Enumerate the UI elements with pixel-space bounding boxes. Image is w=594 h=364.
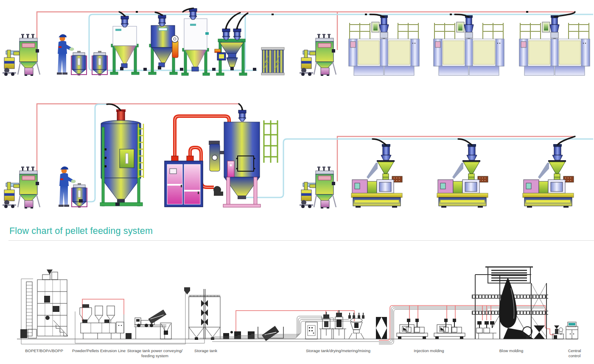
page: Flow chart of pellet feeding system <box>0 0 594 364</box>
blow-molding-machine-icon <box>519 15 590 75</box>
station-label-injection: Injection molding <box>414 348 444 353</box>
blow-film-tower-icon <box>472 267 548 339</box>
dust-collector-icon <box>310 167 336 208</box>
injection-molding-line-icon <box>434 319 465 339</box>
station-label-blow: Blow molding <box>499 348 524 353</box>
hopper-on-stand-icon <box>110 15 139 75</box>
drying-hopper-icon <box>209 109 261 207</box>
conveying-pumps-icon <box>223 331 255 339</box>
dust-collector-icon <box>310 34 336 76</box>
mixing-unit-icon <box>348 313 364 339</box>
injection-molding-machine-icon <box>351 144 402 208</box>
mixing-tank-icon <box>92 51 107 75</box>
injection-molding-machine-icon <box>437 144 488 208</box>
conveying-pipe-cyan-row2 <box>83 104 593 202</box>
dust-collector-icon <box>14 167 40 208</box>
plant-illustration <box>0 0 594 222</box>
bopet-film-line-icon <box>20 270 68 338</box>
page-title: Flow chart of pellet feeding system <box>9 226 153 236</box>
blow-molding-machine-icon <box>434 15 504 75</box>
station-label-extrusion: Powder/Pellets Extrusion Line <box>72 348 126 353</box>
truck-unloading-icon <box>134 309 171 339</box>
injection-molding-line-icon <box>397 319 428 339</box>
section-divider <box>8 240 594 241</box>
storage-silo-icon <box>182 8 210 75</box>
electric-control-cabinet-icon <box>261 47 284 75</box>
distributor-valve-icon <box>376 317 387 339</box>
weighing-hopper-icon <box>215 28 247 75</box>
dust-collector-icon <box>14 34 40 76</box>
platform-ladder-icon <box>264 120 277 163</box>
station-label-conveying: Storage tank power conveying/ feeding sy… <box>127 348 182 358</box>
central-control-icon <box>552 322 578 339</box>
station-label-bopet: BOPET/BOPA/BOPP <box>25 348 63 353</box>
extrusion-line-icon <box>80 299 132 339</box>
drying-metering-station-icon <box>305 310 346 339</box>
station-label-central: Central control <box>565 348 584 358</box>
station-label-storage-tank: Storage tank <box>194 348 217 353</box>
injection-molding-machine-icon <box>523 144 574 208</box>
flowchart-line-art <box>0 245 594 349</box>
mixing-tank-icon <box>71 51 87 75</box>
hopper-dryer-icon <box>148 14 178 75</box>
large-storage-silo-icon <box>100 109 143 206</box>
storage-tank-icon <box>184 287 220 340</box>
dehumidifier-icon <box>165 156 203 207</box>
station-label-drying: Storage tank/drying/metering/mixing <box>306 348 370 353</box>
mixing-tank-icon <box>72 183 87 208</box>
blow-molding-machine-icon <box>349 15 419 75</box>
